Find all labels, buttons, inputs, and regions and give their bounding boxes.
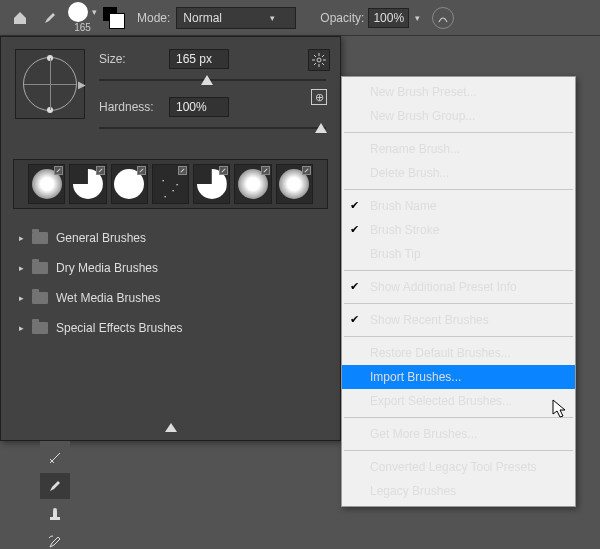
menu-item[interactable]: ✔Show Additional Preset Info: [342, 275, 575, 299]
scroll-indicator[interactable]: [165, 423, 177, 432]
svg-line-7: [314, 63, 316, 65]
menu-item-label: Restore Default Brushes...: [370, 346, 511, 360]
menu-item: Delete Brush...: [342, 161, 575, 185]
menu-item[interactable]: New Brush Preset...: [342, 80, 575, 104]
menu-separator: [344, 336, 573, 337]
menu-item-label: Import Brushes...: [370, 370, 461, 384]
menu-item[interactable]: Brush Tip: [342, 242, 575, 266]
check-icon: ✔: [350, 280, 359, 293]
folder-icon: [32, 232, 48, 244]
menu-separator: [344, 189, 573, 190]
brush-folders: ▸General Brushes▸Dry Media Brushes▸Wet M…: [1, 215, 340, 351]
size-input[interactable]: 165 px: [169, 49, 229, 69]
brush-folder[interactable]: ▸Wet Media Brushes: [15, 283, 326, 313]
brush-size-indicator: 165: [74, 22, 91, 33]
folder-label: General Brushes: [56, 231, 146, 245]
menu-item-label: New Brush Preset...: [370, 85, 477, 99]
brush-thumb[interactable]: [69, 164, 106, 204]
pressure-opacity-icon[interactable]: [432, 7, 454, 29]
chevron-down-icon: ▾: [92, 7, 97, 17]
menu-item[interactable]: New Brush Group...: [342, 104, 575, 128]
mode-label: Mode:: [137, 11, 170, 25]
menu-item[interactable]: Import Brushes...: [342, 365, 575, 389]
brush-thumb[interactable]: [276, 164, 313, 204]
menu-item[interactable]: Converted Legacy Tool Presets: [342, 455, 575, 479]
brush-thumb[interactable]: [28, 164, 65, 204]
menu-item[interactable]: ✔Brush Name: [342, 194, 575, 218]
brush-preview-dropdown[interactable]: ▾ 165: [68, 2, 97, 33]
menu-item: Rename Brush...: [342, 137, 575, 161]
svg-line-6: [322, 63, 324, 65]
brush-preset-panel: ▶ Size: 165 px Hardness: 100%: [0, 36, 341, 441]
menu-item-label: Brush Stroke: [370, 223, 439, 237]
panel-menu-button[interactable]: [308, 49, 330, 71]
healing-brush-tool-icon[interactable]: [40, 445, 70, 471]
check-icon: ✔: [350, 223, 359, 236]
brush-folder[interactable]: ▸Dry Media Brushes: [15, 253, 326, 283]
stamp-tool-icon[interactable]: [40, 501, 70, 527]
menu-item-label: Export Selected Brushes...: [370, 394, 512, 408]
brush-tool-icon[interactable]: [40, 473, 70, 499]
menu-item: Export Selected Brushes...: [342, 389, 575, 413]
options-toolbar: ▾ 165 Mode: Normal ▾ Opacity: 100% ▾: [0, 0, 600, 36]
new-preset-button[interactable]: ⊕: [311, 89, 327, 105]
size-slider[interactable]: [99, 73, 326, 87]
tools-strip: [40, 441, 70, 549]
brush-thumb[interactable]: [111, 164, 148, 204]
brush-panel-toggle-icon[interactable]: [103, 7, 125, 29]
menu-separator: [344, 303, 573, 304]
menu-item-label: Brush Tip: [370, 247, 421, 261]
hardness-slider[interactable]: [99, 121, 326, 135]
svg-line-5: [314, 55, 316, 57]
menu-item-label: Show Recent Brushes: [370, 313, 489, 327]
hardness-label: Hardness:: [99, 100, 159, 114]
menu-item-label: Get More Brushes...: [370, 427, 477, 441]
brush-preview-icon: [68, 2, 88, 22]
brush-folder[interactable]: ▸General Brushes: [15, 223, 326, 253]
folder-label: Special Effects Brushes: [56, 321, 183, 335]
chevron-right-icon: ▸: [19, 263, 24, 273]
brush-thumb[interactable]: ····: [152, 164, 189, 204]
svg-line-8: [322, 55, 324, 57]
menu-item-label: New Brush Group...: [370, 109, 475, 123]
menu-item-label: Brush Name: [370, 199, 437, 213]
menu-item-label: Show Additional Preset Info: [370, 280, 517, 294]
chevron-down-icon[interactable]: ▾: [415, 13, 420, 23]
hardness-input[interactable]: 100%: [169, 97, 229, 117]
menu-item[interactable]: Get More Brushes...: [342, 422, 575, 446]
menu-item-label: Converted Legacy Tool Presets: [370, 460, 537, 474]
size-label: Size:: [99, 52, 159, 66]
menu-separator: [344, 450, 573, 451]
folder-label: Dry Media Brushes: [56, 261, 158, 275]
svg-point-0: [317, 58, 321, 62]
opacity-label: Opacity:: [320, 11, 364, 25]
check-icon: ✔: [350, 313, 359, 326]
chevron-right-icon: ▸: [19, 293, 24, 303]
menu-item[interactable]: ✔Brush Stroke: [342, 218, 575, 242]
folder-icon: [32, 292, 48, 304]
menu-item[interactable]: Restore Default Brushes...: [342, 341, 575, 365]
svg-point-11: [53, 508, 57, 512]
brush-angle-preview[interactable]: ▶: [15, 49, 85, 119]
blend-mode-value: Normal: [183, 11, 222, 25]
chevron-right-icon: ▸: [19, 233, 24, 243]
home-icon[interactable]: [8, 6, 32, 30]
menu-item-label: Delete Brush...: [370, 166, 449, 180]
brush-thumb[interactable]: [234, 164, 271, 204]
opacity-input[interactable]: 100%: [368, 8, 409, 28]
chevron-right-icon: ▸: [19, 323, 24, 333]
brush-thumb[interactable]: [193, 164, 230, 204]
menu-item[interactable]: ✔Show Recent Brushes: [342, 308, 575, 332]
folder-icon: [32, 262, 48, 274]
check-icon: ✔: [350, 199, 359, 212]
history-brush-tool-icon[interactable]: [40, 529, 70, 549]
chevron-down-icon: ▾: [270, 13, 275, 23]
brush-tool-icon[interactable]: [38, 6, 62, 30]
opacity-value: 100%: [373, 11, 404, 25]
menu-separator: [344, 417, 573, 418]
menu-separator: [344, 132, 573, 133]
menu-item[interactable]: Legacy Brushes: [342, 479, 575, 503]
brush-folder[interactable]: ▸Special Effects Brushes: [15, 313, 326, 343]
menu-item-label: Rename Brush...: [370, 142, 460, 156]
blend-mode-select[interactable]: Normal ▾: [176, 7, 296, 29]
